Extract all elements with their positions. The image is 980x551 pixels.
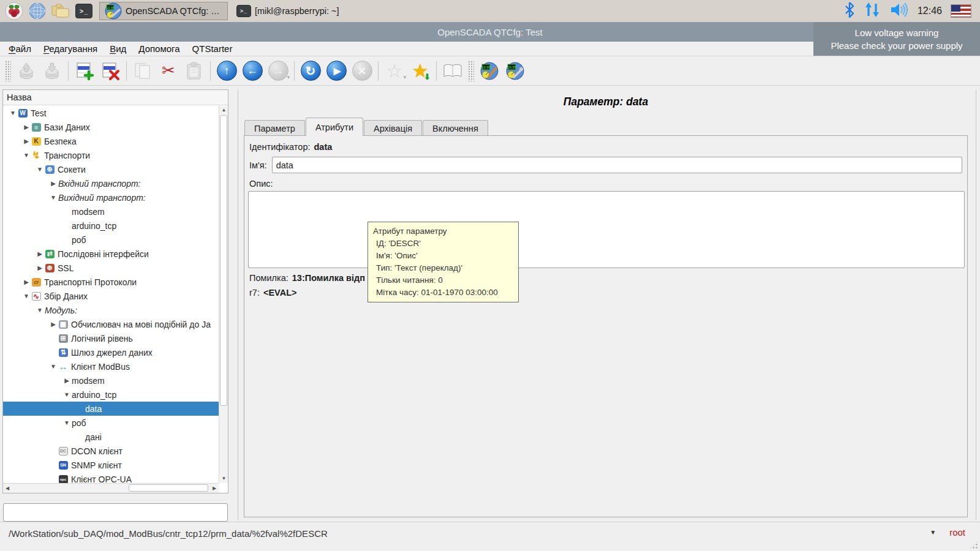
- expand-arrow-icon[interactable]: ▶: [48, 321, 58, 328]
- tree-header: Назва: [3, 90, 228, 105]
- tab-Архівація[interactable]: Архівація: [364, 120, 422, 136]
- description-textarea[interactable]: [248, 191, 965, 268]
- cut-item-button[interactable]: ✂: [156, 58, 181, 84]
- expand-arrow-icon[interactable]: ▶: [48, 180, 58, 187]
- scroll-down-arrow[interactable]: ▼: [219, 474, 228, 483]
- tree-item-Шлюз джерел даних[interactable]: ⇅Шлюз джерел даних: [3, 345, 219, 359]
- toolbar-grip[interactable]: [468, 61, 474, 81]
- tree-item-Клієнт ModBus[interactable]: ▼↔Клієнт ModBus: [3, 359, 219, 373]
- taskbar-window-1[interactable]: >_[mikl@raspberrypi: ~]: [232, 2, 344, 20]
- expand-arrow-icon[interactable]: ▶: [21, 279, 31, 285]
- resize-grip[interactable]: [969, 540, 979, 550]
- scroll-left-arrow[interactable]: ◀: [3, 484, 12, 493]
- protocols-icon: ▱: [31, 277, 41, 287]
- toolbar-separator: [294, 61, 295, 81]
- tree-item-роб[interactable]: роб: [3, 233, 219, 247]
- tab-Включення[interactable]: Включення: [423, 120, 488, 136]
- rpi-menu-icon[interactable]: [4, 1, 24, 21]
- tree-vertical-scrollbar[interactable]: ▲ ▼: [219, 106, 228, 483]
- menu-2[interactable]: Вид: [104, 43, 132, 54]
- collapse-arrow-icon[interactable]: ▼: [62, 391, 72, 398]
- user-selector[interactable]: ▼ root: [930, 527, 965, 538]
- tree-item-Клієнт OPC-UA[interactable]: opcКлієнт OPC-UA: [3, 472, 219, 483]
- tree-item-DCON клієнт[interactable]: DCDCON клієнт: [3, 444, 219, 458]
- bluetooth-icon[interactable]: [844, 2, 855, 20]
- dcon-icon: DC: [58, 446, 68, 455]
- tree-item-дані[interactable]: дані: [3, 430, 219, 444]
- tree-item-Транспорти[interactable]: ▼↯Транспорти: [3, 148, 219, 162]
- back-button[interactable]: ←: [239, 58, 265, 84]
- collapse-arrow-icon[interactable]: ▼: [48, 194, 58, 201]
- tree-item-Вихідний транспорт:[interactable]: ▼Вихідний транспорт:: [3, 190, 219, 204]
- collapse-arrow-icon[interactable]: ▼: [35, 166, 45, 173]
- web-browser-icon[interactable]: [27, 1, 48, 21]
- tree-item-роб[interactable]: ▼роб: [3, 416, 219, 430]
- tree-item-SNMP клієнт[interactable]: SNSNMP клієнт: [3, 458, 219, 472]
- expand-arrow-icon[interactable]: ▶: [35, 250, 45, 257]
- tray-icons: [844, 2, 909, 20]
- tree-item-Модуль:[interactable]: ▼Модуль:: [3, 303, 219, 317]
- tree-item-modsem[interactable]: ▶modsem: [3, 373, 219, 388]
- tree-item-Безпека[interactable]: ▶KБезпека: [3, 134, 219, 148]
- menu-3[interactable]: Допомога: [132, 43, 186, 54]
- tree-item-Вхідний транспорт:[interactable]: ▶Вхідний транспорт:: [3, 176, 219, 190]
- terminal-launcher-icon[interactable]: >_: [74, 1, 94, 21]
- tree-item-Збір Даних[interactable]: ▼∿Збір Даних: [3, 289, 219, 303]
- chevron-down-icon[interactable]: ▼: [930, 529, 936, 536]
- refresh-button[interactable]: ↻: [298, 58, 323, 84]
- collapse-arrow-icon[interactable]: ▼: [48, 363, 58, 370]
- start-updating-button[interactable]: ▶: [323, 58, 349, 84]
- tree-item-data[interactable]: data: [3, 402, 219, 416]
- tree-item-Сокети[interactable]: ▼⊕Сокети: [3, 162, 219, 176]
- expand-arrow-icon[interactable]: ▶: [62, 377, 72, 384]
- volume-icon[interactable]: [889, 2, 909, 20]
- database-icon: ≡: [31, 122, 41, 132]
- tree-item-modsem[interactable]: modsem: [3, 204, 219, 219]
- manual-button[interactable]: [440, 58, 466, 84]
- collapse-arrow-icon[interactable]: ▼: [21, 152, 31, 159]
- tree-item-SSL[interactable]: ▶⊕SSL: [3, 261, 219, 275]
- openscada-edit-button[interactable]: 10:35: [477, 58, 502, 84]
- name-input[interactable]: [272, 157, 962, 173]
- transport-icon: ↯: [31, 151, 41, 160]
- tree-item-arduino_tcp[interactable]: arduino_tcp: [3, 219, 219, 233]
- tree-item-arduino_tcp[interactable]: ▼arduino_tcp: [3, 388, 219, 402]
- menu-1[interactable]: Редагування: [37, 43, 104, 54]
- menu-4[interactable]: QTStarter: [186, 43, 239, 54]
- tab-bar: ПараметрАтрибутиАрхіваціяВключення: [244, 118, 489, 136]
- expand-arrow-icon[interactable]: ▶: [21, 124, 31, 130]
- page-title: Параметр: data: [244, 96, 968, 108]
- tree-item-Test[interactable]: ▼WTest: [3, 106, 219, 120]
- tab-Атрибути[interactable]: Атрибути: [306, 118, 363, 136]
- tree-item-Обчислювач на мові подібній до Ja[interactable]: ▶▦Обчислювач на мові подібній до Ja: [3, 317, 219, 331]
- openscada-tools-button[interactable]: 10:35: [502, 58, 528, 84]
- add-favorite-button[interactable]: ★⬇: [407, 58, 433, 84]
- us-flag-icon[interactable]: [951, 4, 971, 18]
- tree-filter-input[interactable]: [3, 503, 228, 522]
- load-from-db-button: [13, 58, 39, 84]
- tree-item-Послідовні інтерфейси[interactable]: ▶⇄Послідовні інтерфейси: [3, 247, 219, 261]
- up-button[interactable]: ↑: [214, 58, 239, 84]
- tree-item-Бази Даних[interactable]: ▶≡Бази Даних: [3, 120, 219, 134]
- tree-item-Транспортні Протоколи[interactable]: ▶▱Транспортні Протоколи: [3, 275, 219, 289]
- network-traffic-icon[interactable]: [864, 2, 881, 20]
- delete-item-button[interactable]: [97, 58, 123, 84]
- menu-0[interactable]: Файл: [2, 43, 37, 54]
- tab-Параметр[interactable]: Параметр: [244, 120, 305, 136]
- scroll-thumb[interactable]: [220, 115, 227, 406]
- scroll-up-arrow[interactable]: ▲: [219, 106, 228, 114]
- file-manager-icon[interactable]: [50, 1, 71, 21]
- toolbar-grip[interactable]: [5, 61, 11, 81]
- expand-arrow-icon[interactable]: ▶: [21, 138, 31, 144]
- collapse-arrow-icon[interactable]: ▼: [35, 307, 45, 313]
- collapse-arrow-icon[interactable]: ▼: [62, 419, 72, 426]
- taskbar-window-0[interactable]: 10:35OpenSCADA QTCfg: T...: [99, 2, 228, 20]
- scroll-thumb[interactable]: [129, 484, 208, 492]
- collapse-arrow-icon[interactable]: ▼: [21, 293, 31, 299]
- tree-item-Логічний рівень[interactable]: ⊞Логічний рівень: [3, 331, 219, 345]
- add-item-button[interactable]: [72, 58, 97, 84]
- scroll-right-arrow[interactable]: ▶: [210, 484, 219, 493]
- expand-arrow-icon[interactable]: ▶: [35, 264, 45, 271]
- tree-horizontal-scrollbar[interactable]: ◀ ▶: [3, 483, 219, 493]
- collapse-arrow-icon[interactable]: ▼: [8, 110, 18, 116]
